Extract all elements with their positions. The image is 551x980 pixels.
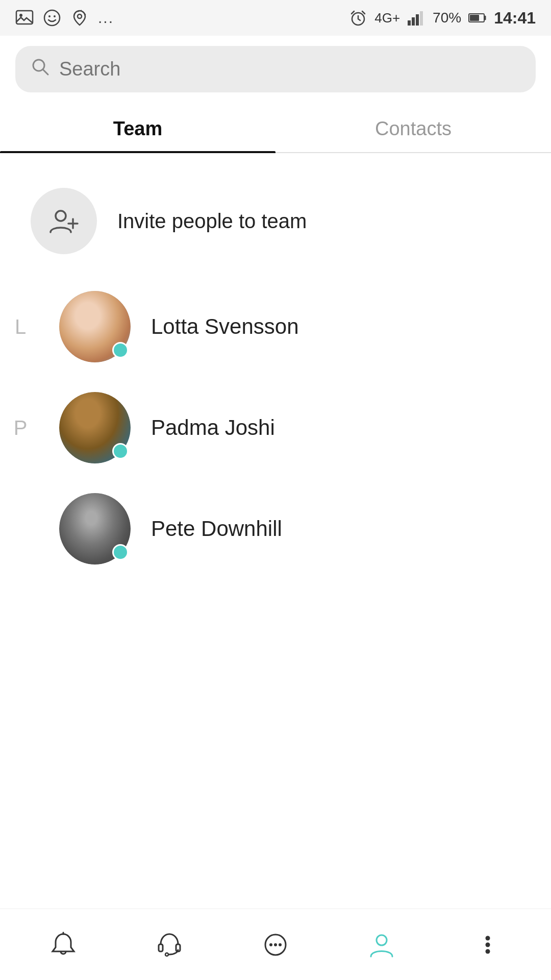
svg-point-14: [56, 211, 66, 221]
svg-point-25: [486, 942, 490, 947]
contact-inner: Pete Downhill: [59, 493, 520, 565]
svg-point-3: [48, 15, 51, 17]
svg-rect-16: [159, 944, 163, 951]
svg-point-2: [44, 10, 60, 26]
tab-team[interactable]: Team: [0, 103, 276, 152]
search-icon: [31, 57, 50, 81]
svg-rect-0: [16, 11, 33, 24]
tab-contacts[interactable]: Contacts: [276, 103, 551, 152]
location-icon: [70, 9, 89, 27]
avatar: [59, 291, 131, 362]
list-item[interactable]: Pete Downhill: [0, 481, 551, 577]
content-area: Invite people to team L Lotta Svensson P: [0, 153, 551, 602]
nav-messages[interactable]: [250, 924, 301, 965]
add-person-icon: [47, 205, 80, 237]
alarm-icon: [349, 9, 367, 27]
svg-point-22: [279, 943, 282, 946]
svg-point-13: [33, 60, 44, 71]
invite-avatar: [31, 188, 97, 254]
svg-point-1: [19, 14, 22, 17]
svg-point-21: [274, 943, 277, 946]
bottom-nav: [0, 909, 551, 980]
invite-text: Invite people to team: [117, 210, 307, 233]
image-icon: [15, 9, 34, 27]
svg-point-20: [269, 943, 272, 946]
status-bar-left: ...: [15, 9, 114, 27]
bell-icon: [48, 930, 78, 960]
battery-icon: [468, 12, 487, 23]
list-item[interactable]: L Lotta Svensson: [0, 279, 551, 375]
more-dots: ...: [98, 9, 114, 27]
svg-point-24: [486, 936, 490, 940]
svg-point-26: [486, 949, 490, 953]
svg-rect-7: [408, 20, 411, 26]
status-bar-right: 4G+ 70% 14:41: [349, 9, 536, 28]
avatar: [59, 392, 131, 463]
svg-rect-10: [420, 11, 423, 26]
chat-icon: [261, 930, 290, 960]
letter-section-p: P: [0, 416, 41, 439]
svg-point-23: [377, 935, 387, 945]
svg-point-5: [78, 14, 82, 18]
network-type: 4G+: [374, 10, 400, 26]
list-item[interactable]: P Padma Joshi: [0, 380, 551, 476]
smiley-icon: [43, 9, 61, 27]
more-vertical-icon: [483, 930, 493, 960]
contact-name: Pete Downhill: [151, 517, 282, 541]
nav-notifications[interactable]: [38, 924, 89, 965]
svg-point-4: [54, 15, 56, 17]
contact-name: Lotta Svensson: [151, 314, 299, 339]
contact-inner: Padma Joshi: [59, 392, 520, 463]
status-bar: ... 4G+ 70% 14:41: [0, 0, 551, 36]
invite-people-row[interactable]: Invite people to team: [0, 174, 551, 268]
nav-profile[interactable]: [356, 924, 407, 965]
nav-headset[interactable]: [144, 924, 195, 965]
search-input[interactable]: [59, 58, 520, 80]
online-indicator: [112, 342, 129, 358]
signal-icon: [407, 10, 425, 26]
online-indicator: [112, 544, 129, 560]
letter-section-l: L: [0, 315, 41, 338]
avatar: [59, 493, 131, 565]
battery-percent: 70%: [433, 10, 461, 26]
contact-inner: Lotta Svensson: [59, 291, 520, 362]
tabs: Team Contacts: [0, 103, 551, 153]
svg-point-18: [165, 953, 168, 956]
contact-name: Padma Joshi: [151, 415, 275, 440]
person-icon: [367, 930, 396, 960]
svg-rect-9: [416, 14, 419, 26]
time-display: 14:41: [494, 9, 536, 28]
nav-more[interactable]: [462, 924, 513, 965]
svg-rect-12: [470, 15, 479, 21]
online-indicator: [112, 443, 129, 459]
headset-icon: [155, 930, 184, 960]
svg-rect-8: [412, 17, 415, 26]
search-bar[interactable]: [15, 46, 536, 92]
